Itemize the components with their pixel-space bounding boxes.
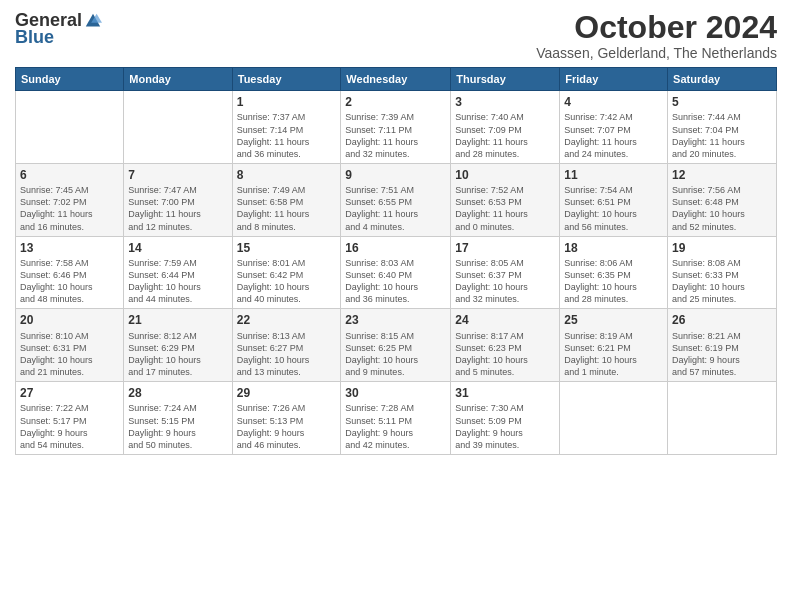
- day-number: 23: [345, 312, 446, 328]
- calendar-cell: 15Sunrise: 8:01 AM Sunset: 6:42 PM Dayli…: [232, 236, 341, 309]
- logo: General Blue: [15, 10, 102, 48]
- day-info: Sunrise: 7:44 AM Sunset: 7:04 PM Dayligh…: [672, 111, 772, 160]
- day-number: 10: [455, 167, 555, 183]
- day-number: 15: [237, 240, 337, 256]
- day-info: Sunrise: 7:54 AM Sunset: 6:51 PM Dayligh…: [564, 184, 663, 233]
- calendar-cell: 16Sunrise: 8:03 AM Sunset: 6:40 PM Dayli…: [341, 236, 451, 309]
- calendar-cell: 29Sunrise: 7:26 AM Sunset: 5:13 PM Dayli…: [232, 382, 341, 455]
- day-number: 14: [128, 240, 227, 256]
- day-number: 4: [564, 94, 663, 110]
- day-number: 8: [237, 167, 337, 183]
- calendar-cell: 27Sunrise: 7:22 AM Sunset: 5:17 PM Dayli…: [16, 382, 124, 455]
- calendar-cell: 3Sunrise: 7:40 AM Sunset: 7:09 PM Daylig…: [451, 91, 560, 164]
- calendar-cell: [560, 382, 668, 455]
- day-number: 1: [237, 94, 337, 110]
- calendar-cell: 19Sunrise: 8:08 AM Sunset: 6:33 PM Dayli…: [668, 236, 777, 309]
- calendar-table: Sunday Monday Tuesday Wednesday Thursday…: [15, 67, 777, 455]
- col-sunday: Sunday: [16, 68, 124, 91]
- col-tuesday: Tuesday: [232, 68, 341, 91]
- day-number: 31: [455, 385, 555, 401]
- day-info: Sunrise: 7:47 AM Sunset: 7:00 PM Dayligh…: [128, 184, 227, 233]
- calendar-cell: 25Sunrise: 8:19 AM Sunset: 6:21 PM Dayli…: [560, 309, 668, 382]
- day-info: Sunrise: 7:26 AM Sunset: 5:13 PM Dayligh…: [237, 402, 337, 451]
- calendar-cell: 12Sunrise: 7:56 AM Sunset: 6:48 PM Dayli…: [668, 163, 777, 236]
- day-info: Sunrise: 7:28 AM Sunset: 5:11 PM Dayligh…: [345, 402, 446, 451]
- col-thursday: Thursday: [451, 68, 560, 91]
- day-number: 27: [20, 385, 119, 401]
- calendar-cell: [16, 91, 124, 164]
- calendar-cell: 20Sunrise: 8:10 AM Sunset: 6:31 PM Dayli…: [16, 309, 124, 382]
- day-info: Sunrise: 8:06 AM Sunset: 6:35 PM Dayligh…: [564, 257, 663, 306]
- col-friday: Friday: [560, 68, 668, 91]
- calendar-cell: 30Sunrise: 7:28 AM Sunset: 5:11 PM Dayli…: [341, 382, 451, 455]
- col-saturday: Saturday: [668, 68, 777, 91]
- day-info: Sunrise: 8:15 AM Sunset: 6:25 PM Dayligh…: [345, 330, 446, 379]
- day-number: 28: [128, 385, 227, 401]
- logo-blue-text: Blue: [15, 27, 54, 48]
- calendar-cell: 18Sunrise: 8:06 AM Sunset: 6:35 PM Dayli…: [560, 236, 668, 309]
- day-info: Sunrise: 7:39 AM Sunset: 7:11 PM Dayligh…: [345, 111, 446, 160]
- calendar-cell: 24Sunrise: 8:17 AM Sunset: 6:23 PM Dayli…: [451, 309, 560, 382]
- calendar-week-row: 1Sunrise: 7:37 AM Sunset: 7:14 PM Daylig…: [16, 91, 777, 164]
- day-number: 11: [564, 167, 663, 183]
- day-number: 2: [345, 94, 446, 110]
- day-number: 3: [455, 94, 555, 110]
- day-info: Sunrise: 8:17 AM Sunset: 6:23 PM Dayligh…: [455, 330, 555, 379]
- day-info: Sunrise: 7:30 AM Sunset: 5:09 PM Dayligh…: [455, 402, 555, 451]
- day-number: 20: [20, 312, 119, 328]
- day-number: 22: [237, 312, 337, 328]
- day-number: 5: [672, 94, 772, 110]
- calendar-cell: 11Sunrise: 7:54 AM Sunset: 6:51 PM Dayli…: [560, 163, 668, 236]
- calendar-week-row: 6Sunrise: 7:45 AM Sunset: 7:02 PM Daylig…: [16, 163, 777, 236]
- day-info: Sunrise: 8:08 AM Sunset: 6:33 PM Dayligh…: [672, 257, 772, 306]
- calendar-cell: 22Sunrise: 8:13 AM Sunset: 6:27 PM Dayli…: [232, 309, 341, 382]
- month-title: October 2024: [536, 10, 777, 45]
- calendar-cell: 31Sunrise: 7:30 AM Sunset: 5:09 PM Dayli…: [451, 382, 560, 455]
- calendar-cell: 21Sunrise: 8:12 AM Sunset: 6:29 PM Dayli…: [124, 309, 232, 382]
- day-info: Sunrise: 7:56 AM Sunset: 6:48 PM Dayligh…: [672, 184, 772, 233]
- day-info: Sunrise: 7:58 AM Sunset: 6:46 PM Dayligh…: [20, 257, 119, 306]
- day-info: Sunrise: 8:19 AM Sunset: 6:21 PM Dayligh…: [564, 330, 663, 379]
- col-wednesday: Wednesday: [341, 68, 451, 91]
- day-info: Sunrise: 7:22 AM Sunset: 5:17 PM Dayligh…: [20, 402, 119, 451]
- calendar-cell: 17Sunrise: 8:05 AM Sunset: 6:37 PM Dayli…: [451, 236, 560, 309]
- day-number: 16: [345, 240, 446, 256]
- day-number: 29: [237, 385, 337, 401]
- page: General Blue October 2024 Vaassen, Gelde…: [0, 0, 792, 612]
- day-info: Sunrise: 8:21 AM Sunset: 6:19 PM Dayligh…: [672, 330, 772, 379]
- calendar-cell: 10Sunrise: 7:52 AM Sunset: 6:53 PM Dayli…: [451, 163, 560, 236]
- day-info: Sunrise: 7:40 AM Sunset: 7:09 PM Dayligh…: [455, 111, 555, 160]
- calendar-cell: 28Sunrise: 7:24 AM Sunset: 5:15 PM Dayli…: [124, 382, 232, 455]
- day-info: Sunrise: 8:01 AM Sunset: 6:42 PM Dayligh…: [237, 257, 337, 306]
- calendar-cell: 2Sunrise: 7:39 AM Sunset: 7:11 PM Daylig…: [341, 91, 451, 164]
- day-number: 6: [20, 167, 119, 183]
- day-number: 19: [672, 240, 772, 256]
- location-title: Vaassen, Gelderland, The Netherlands: [536, 45, 777, 61]
- day-number: 17: [455, 240, 555, 256]
- calendar-cell: 14Sunrise: 7:59 AM Sunset: 6:44 PM Dayli…: [124, 236, 232, 309]
- day-number: 26: [672, 312, 772, 328]
- day-info: Sunrise: 7:49 AM Sunset: 6:58 PM Dayligh…: [237, 184, 337, 233]
- day-number: 21: [128, 312, 227, 328]
- calendar-cell: [668, 382, 777, 455]
- title-section: October 2024 Vaassen, Gelderland, The Ne…: [536, 10, 777, 61]
- day-number: 9: [345, 167, 446, 183]
- calendar-cell: 7Sunrise: 7:47 AM Sunset: 7:00 PM Daylig…: [124, 163, 232, 236]
- day-info: Sunrise: 8:10 AM Sunset: 6:31 PM Dayligh…: [20, 330, 119, 379]
- day-info: Sunrise: 7:51 AM Sunset: 6:55 PM Dayligh…: [345, 184, 446, 233]
- calendar-cell: 4Sunrise: 7:42 AM Sunset: 7:07 PM Daylig…: [560, 91, 668, 164]
- calendar-cell: 6Sunrise: 7:45 AM Sunset: 7:02 PM Daylig…: [16, 163, 124, 236]
- day-number: 30: [345, 385, 446, 401]
- day-number: 24: [455, 312, 555, 328]
- calendar-cell: 23Sunrise: 8:15 AM Sunset: 6:25 PM Dayli…: [341, 309, 451, 382]
- calendar-cell: [124, 91, 232, 164]
- day-info: Sunrise: 8:03 AM Sunset: 6:40 PM Dayligh…: [345, 257, 446, 306]
- day-info: Sunrise: 8:12 AM Sunset: 6:29 PM Dayligh…: [128, 330, 227, 379]
- day-info: Sunrise: 7:24 AM Sunset: 5:15 PM Dayligh…: [128, 402, 227, 451]
- day-info: Sunrise: 7:45 AM Sunset: 7:02 PM Dayligh…: [20, 184, 119, 233]
- day-number: 18: [564, 240, 663, 256]
- calendar-cell: 1Sunrise: 7:37 AM Sunset: 7:14 PM Daylig…: [232, 91, 341, 164]
- day-number: 13: [20, 240, 119, 256]
- day-number: 7: [128, 167, 227, 183]
- day-info: Sunrise: 7:52 AM Sunset: 6:53 PM Dayligh…: [455, 184, 555, 233]
